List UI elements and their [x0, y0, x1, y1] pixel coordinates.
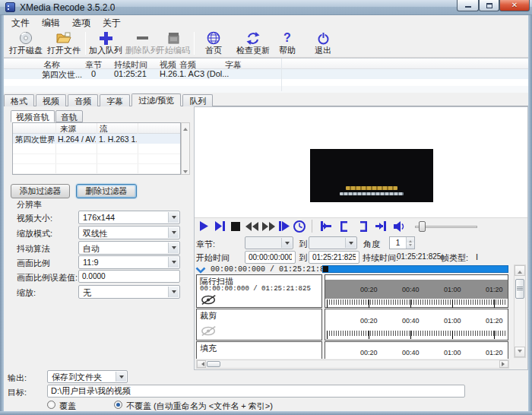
volume-slider-handle[interactable] [419, 221, 426, 232]
chevron-down-icon [168, 227, 179, 238]
window-title: XMedia Recode 3.5.2.0 [20, 2, 115, 13]
menu-bar: 文件 编辑 选项 关于 [4, 16, 528, 30]
window-border-left [0, 15, 4, 415]
target-label: 目标: [8, 387, 27, 398]
maximize-button[interactable] [479, 0, 499, 11]
aspect-ratio-select[interactable]: 11:9 [78, 255, 180, 269]
target-path-input[interactable] [47, 385, 465, 398]
filter-row-padding[interactable]: 填充 [196, 341, 322, 359]
clock-icon-button[interactable] [293, 220, 306, 233]
overwrite-radio[interactable] [47, 401, 55, 409]
file-list-header[interactable]: 名称 章节 持续时间 视频 音频 字幕 [4, 59, 528, 69]
stream-row[interactable]: 第四次世界... H.264 / AV... 1. H.263 1... [13, 134, 180, 144]
remove-filter-button[interactable]: 删除过滤器 [76, 184, 137, 198]
tab-audio-track[interactable]: 音轨 [55, 110, 83, 122]
set-end-mark-button[interactable] [357, 220, 369, 232]
start-time-input[interactable] [245, 251, 296, 264]
goto-end-mark-button[interactable] [374, 220, 388, 232]
play-button[interactable] [198, 220, 210, 232]
goto-start-mark-button[interactable] [319, 220, 333, 232]
check-update-button[interactable]: 检查更新 [232, 30, 274, 56]
timeline-deinterlace[interactable]: 00:20 00:40 01:00 01:20 [325, 274, 508, 308]
scale-select[interactable]: 无 [78, 285, 180, 299]
spin-down-icon[interactable] [406, 242, 414, 249]
fast-forward-button[interactable] [261, 220, 276, 232]
filter-vertical-scrollbar[interactable] [514, 265, 526, 358]
scroll-left-button[interactable] [197, 360, 206, 368]
scale-label: 缩放: [17, 287, 36, 299]
end-time-input[interactable] [309, 251, 359, 264]
title-bar[interactable]: XMedia Recode 3.5.2.0 [0, 0, 532, 15]
exit-button[interactable]: 退出 [306, 30, 340, 56]
seek-position-marker[interactable] [323, 266, 328, 272]
scrollbar-thumb[interactable] [515, 279, 524, 299]
scroll-right-button[interactable] [499, 360, 508, 368]
step-forward-button[interactable] [277, 220, 291, 232]
overwrite-radio-label[interactable]: 覆盖 [59, 401, 76, 412]
output-mode-select[interactable]: 保存到文件夹 [47, 370, 128, 383]
minimize-button[interactable] [457, 0, 479, 11]
tab-subtitle[interactable]: 字幕 [100, 94, 130, 106]
rewind-button[interactable] [244, 220, 259, 232]
volume-button[interactable] [393, 220, 407, 232]
toolbar: 打开磁盘 打开文件 加入队列 删除队列 开始编码 首页 [4, 30, 528, 58]
toolbar-separator [194, 32, 195, 55]
close-button[interactable]: ✕ [499, 0, 530, 11]
dither-select[interactable]: 自动 [78, 241, 180, 255]
tab-audio[interactable]: 音频 [68, 94, 98, 106]
visibility-eye-icon[interactable] [201, 325, 217, 338]
add-to-queue-button[interactable]: 加入队列 [87, 30, 124, 56]
tab-filter-preview[interactable]: 过滤/预览 [131, 93, 181, 106]
menu-file[interactable]: 文件 [6, 16, 35, 30]
tab-video[interactable]: 视频 [36, 94, 66, 106]
aspect-error-input[interactable]: 0.0000 [78, 270, 180, 283]
no-overwrite-radio-label[interactable]: 不覆盖 (自动重命名为 <文件名 + 索引>) [126, 401, 273, 412]
set-start-mark-button[interactable] [338, 220, 350, 232]
app-window: XMedia Recode 3.5.2.0 ✕ 文件 编辑 选项 关于 打开磁盘… [0, 0, 532, 415]
open-disc-button[interactable]: 打开磁盘 [6, 30, 46, 56]
video-size-select[interactable]: 176x144 [78, 211, 180, 224]
zoom-mode-select[interactable]: 双线性 [78, 226, 180, 239]
add-filter-button[interactable]: 添加过滤器 [11, 184, 70, 198]
no-overwrite-radio[interactable] [114, 401, 122, 409]
seek-bar[interactable] [322, 265, 508, 273]
filter-row-deinterlace[interactable]: 隔行扫描 00:00:00:000 / 01:25:21:825 [196, 274, 322, 308]
video-size-label: 视频大小: [17, 213, 52, 224]
open-file-button[interactable]: 打开文件 [44, 30, 84, 56]
scrollbar-thumb[interactable] [207, 361, 220, 367]
menu-options[interactable]: 选项 [67, 16, 96, 30]
visibility-eye-icon[interactable] [201, 294, 217, 307]
homepage-button[interactable]: 首页 [197, 30, 230, 56]
minimize-icon [465, 6, 471, 8]
stop-button[interactable] [230, 220, 242, 232]
menu-edit[interactable]: 编辑 [36, 16, 65, 30]
file-row[interactable]: 第四次世... 0 01:25:21 H.26... 1. AC3 (Dol..… [4, 69, 528, 79]
scroll-down-button[interactable] [515, 347, 525, 357]
stream-table-scrollbar[interactable] [181, 122, 190, 175]
play-to-end-button[interactable] [214, 220, 226, 232]
to-label: 到 [299, 252, 307, 264]
angle-spinner[interactable]: 1 [389, 236, 415, 249]
scroll-up-button[interactable] [515, 265, 525, 276]
window-border-right [528, 15, 532, 415]
tab-queue[interactable]: 队列 [182, 94, 213, 106]
tab-video-track[interactable]: 视频音轨 [11, 110, 55, 122]
file-list-empty-row [4, 79, 528, 86]
maximize-icon [486, 3, 492, 8]
output-label: 输出: [8, 372, 27, 384]
timeline-active-band: 00:20 00:40 01:00 01:20 [325, 280, 508, 299]
filter-horizontal-scrollbar[interactable] [196, 360, 509, 369]
stream-table[interactable]: 来源 流 第四次世界... H.264 / AV... 1. H.263 1..… [12, 122, 181, 175]
help-button[interactable]: ? 帮助 [271, 30, 303, 56]
tab-format[interactable]: 格式 [4, 94, 34, 106]
timeline-padding[interactable]: 00:20 00:40 01:00 01:20 [325, 341, 508, 359]
filter-row-crop[interactable]: 裁剪 [196, 309, 322, 341]
timeline-crop[interactable]: 00:20 00:40 01:00 01:20 [325, 309, 508, 341]
menu-about[interactable]: 关于 [97, 16, 126, 30]
aspect-error-label: 画面比例误差值: [17, 272, 78, 284]
file-list-empty-row [4, 86, 528, 93]
chapter-from-select[interactable] [245, 236, 293, 249]
chapter-to-select[interactable] [309, 236, 357, 249]
refresh-icon [246, 31, 260, 45]
duration-value: 01:25:21:825 [397, 252, 441, 261]
